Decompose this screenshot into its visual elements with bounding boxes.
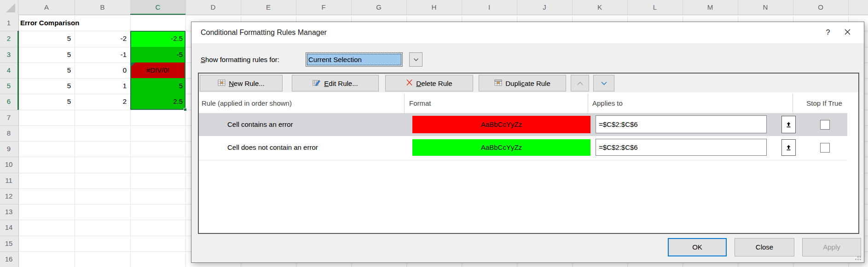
chevron-down-icon (413, 58, 419, 62)
new-rule-button[interactable]: New Rule... (200, 75, 283, 91)
row-selection-bar (17, 78, 19, 94)
cell-b4[interactable]: 0 (76, 62, 128, 78)
cell-a1-title[interactable]: Error Comparison (20, 15, 79, 31)
delete-rule-x-icon (406, 79, 413, 87)
error-indicator-triangle-icon (131, 62, 135, 67)
column-header-f[interactable]: F (296, 0, 351, 15)
cell-c6[interactable]: 2.5 (131, 94, 185, 109)
column-header-applies-to: Applies to (592, 93, 623, 113)
scope-dropdown-button[interactable] (409, 52, 422, 67)
collapse-dialog-button[interactable] (781, 139, 796, 156)
new-rule-label: New Rule... (229, 80, 265, 87)
fill-handle[interactable] (184, 108, 187, 111)
column-header-o[interactable]: O (793, 0, 848, 15)
duplicate-rule-label: Duplicate Rule (505, 80, 550, 87)
collapse-dialog-icon (785, 121, 792, 128)
row-selection-bar (17, 31, 19, 46)
dialog-titlebar[interactable]: Conditional Formatting Rules Manager ? (191, 22, 864, 43)
scope-dropdown[interactable]: Current Selection (306, 52, 403, 67)
rule-format-preview: AaBbCcYyZz (412, 139, 590, 156)
delete-rule-button[interactable]: Delete Rule (385, 75, 473, 91)
column-header-j[interactable]: J (517, 0, 572, 15)
apply-button[interactable]: Apply (802, 238, 861, 256)
rule-name: Cell does not contain an error (227, 136, 318, 159)
cell-a6[interactable]: 5 (20, 94, 73, 109)
rule-format-preview: AaBbCcYyZz (412, 116, 590, 133)
duplicate-rule-grid-icon (494, 79, 502, 88)
row-header-4[interactable]: 4 (0, 62, 17, 78)
rule-row-2[interactable]: Cell does not contain an errorAaBbCcYyZz… (199, 136, 847, 159)
row-header-3[interactable]: 3 (0, 47, 17, 62)
row-header-7[interactable]: 7 (0, 110, 17, 125)
dialog-title: Conditional Formatting Rules Manager (201, 22, 327, 43)
row-header-8[interactable]: 8 (0, 125, 17, 141)
row-header-14[interactable]: 14 (0, 220, 17, 235)
column-header-d[interactable]: D (185, 0, 241, 15)
column-header-h[interactable]: H (406, 0, 462, 15)
chevron-down-icon (601, 81, 608, 86)
chevron-up-icon (577, 81, 584, 86)
column-header-e[interactable]: E (241, 0, 296, 15)
delete-rule-label: Delete Rule (416, 80, 452, 87)
column-header-a[interactable]: A (18, 0, 75, 15)
row-header-16[interactable]: 16 (0, 251, 17, 267)
cell-b3[interactable]: -1 (76, 47, 128, 62)
cell-c2[interactable]: -2.5 (131, 31, 185, 46)
close-icon (845, 29, 851, 35)
cell-a3[interactable]: 5 (20, 47, 73, 62)
column-header-g[interactable]: G (351, 0, 406, 15)
cell-c4[interactable]: #DIV/0! (131, 62, 185, 78)
cell-b6[interactable]: 2 (76, 94, 128, 109)
stop-if-true-checkbox[interactable] (820, 120, 830, 130)
cell-c3[interactable]: -5 (131, 47, 185, 62)
help-icon: ? (826, 28, 830, 36)
show-formatting-rules-label: Show formatting rules for: (201, 52, 279, 67)
cell-a5[interactable]: 5 (20, 78, 73, 94)
edit-rule-button[interactable]: Edit Rule... (292, 75, 379, 91)
cell-a2[interactable]: 5 (20, 31, 73, 46)
row-header-10[interactable]: 10 (0, 157, 17, 172)
row-header-9[interactable]: 9 (0, 141, 17, 157)
stop-if-true-checkbox[interactable] (820, 143, 830, 153)
close-button[interactable] (840, 26, 854, 40)
column-header-c[interactable]: C (130, 0, 185, 15)
rule-row-1[interactable]: Cell contains an errorAaBbCcYyZz=$C$2:$C… (199, 113, 847, 136)
column-header-l[interactable]: L (627, 0, 683, 15)
column-header-b[interactable]: B (75, 0, 130, 15)
move-rule-up-button[interactable] (571, 75, 589, 91)
collapse-dialog-button[interactable] (781, 116, 796, 133)
header-separator (588, 94, 588, 113)
row-header-11[interactable]: 11 (0, 173, 17, 188)
column-header-n[interactable]: N (738, 0, 793, 15)
row-header-2[interactable]: 2 (0, 31, 17, 46)
column-header-stop-if-true: Stop If True (792, 93, 856, 113)
row-header-15[interactable]: 15 (0, 236, 17, 251)
help-button[interactable]: ? (821, 26, 835, 40)
cell-b2[interactable]: -2 (76, 31, 128, 46)
column-header-rule: Rule (applied in order shown) (202, 93, 292, 113)
applies-to-input[interactable]: =$C$2:$C$6 (596, 115, 767, 133)
header-separator (404, 94, 405, 113)
cf-rules-manager-dialog: Conditional Formatting Rules Manager ? S… (191, 22, 864, 263)
move-rule-down-button[interactable] (593, 75, 614, 91)
cell-a4[interactable]: 5 (20, 62, 73, 78)
row-header-12[interactable]: 12 (0, 188, 17, 204)
column-header-format: Format (409, 93, 431, 113)
select-all-corner[interactable] (0, 0, 18, 15)
column-header-i[interactable]: I (462, 0, 517, 15)
cell-c5[interactable]: 5 (131, 78, 185, 94)
row-header-6[interactable]: 6 (0, 94, 17, 109)
close-button[interactable]: Close (735, 238, 794, 256)
row-selection-bar (17, 62, 19, 78)
cell-b5[interactable]: 1 (76, 78, 128, 94)
ok-button[interactable]: OK (668, 238, 727, 256)
row-header-13[interactable]: 13 (0, 204, 17, 220)
column-header-k[interactable]: K (572, 0, 627, 15)
column-header-m[interactable]: M (683, 0, 738, 15)
scope-dropdown-value: Current Selection (307, 53, 402, 66)
row-header-1[interactable]: 1 (0, 15, 17, 31)
row-selection-bar (17, 47, 19, 62)
applies-to-input[interactable]: =$C$2:$C$6 (596, 139, 767, 156)
row-header-5[interactable]: 5 (0, 78, 17, 94)
duplicate-rule-button[interactable]: Duplicate Rule (479, 75, 566, 91)
